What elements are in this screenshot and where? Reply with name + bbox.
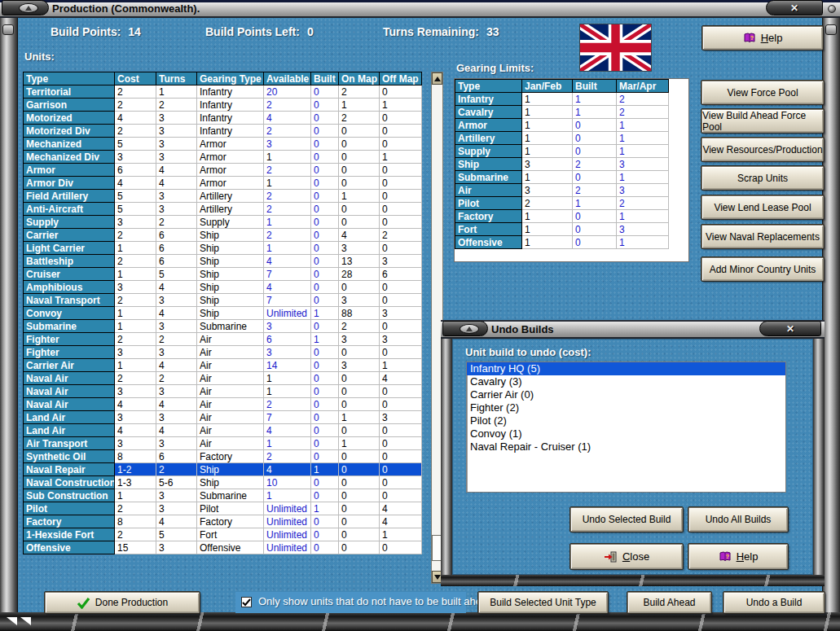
data-cell: 3: [264, 138, 311, 151]
list-item-convoy-1[interactable]: Convoy (1): [467, 427, 785, 440]
table-row-motorized[interactable]: Motorized43Infantry4020: [24, 112, 422, 125]
column-header-cost[interactable]: Cost: [115, 72, 156, 85]
list-item-carrier-air-0[interactable]: Carrier Air (0): [467, 388, 785, 401]
window-close-button[interactable]: ✕: [766, 0, 823, 15]
table-row-cruiser[interactable]: Cruiser15Ship70286: [24, 268, 422, 281]
table-row-carrier[interactable]: Carrier26Ship2042: [24, 229, 422, 242]
table-row-naval-construction[interactable]: Naval Construction1-35-6Ship10000: [24, 476, 422, 489]
close-icon: ✕: [786, 324, 794, 334]
data-cell: 3: [522, 184, 573, 197]
column-header-on-map[interactable]: On Map: [339, 72, 380, 85]
table-row-naval-air[interactable]: Naval Air44Air2000: [24, 398, 422, 411]
table-row-carrier-air[interactable]: Carrier Air14Air14031: [24, 359, 422, 372]
table-row-fighter[interactable]: Fighter33Air3000: [24, 346, 422, 359]
table-row-synthetic-oil[interactable]: Synthetic Oil86Factory2000: [24, 450, 422, 463]
view-resources-production-button[interactable]: View Resources/Production: [701, 138, 824, 161]
data-cell: 1: [264, 489, 311, 502]
table-row-garrison[interactable]: Garrison22Infantry2011: [24, 99, 422, 112]
column-header-type[interactable]: Type: [24, 72, 115, 85]
table-row-air-transport[interactable]: Air Transport33Air1010: [24, 437, 422, 450]
table-row-amphibious[interactable]: Amphibious34Ship4000: [24, 281, 422, 294]
data-cell: 3: [156, 411, 197, 424]
gearing-row-armor: Armor101: [455, 119, 669, 132]
row-type-cell: Naval Construction: [24, 476, 115, 489]
data-cell: 0: [311, 437, 339, 450]
column-header-gearing-type[interactable]: Gearing Type: [197, 72, 264, 85]
view-naval-replacements-button[interactable]: View Naval Replacements: [701, 225, 824, 248]
list-item-cavalry-3[interactable]: Cavalry (3): [467, 375, 785, 388]
table-row-submarine[interactable]: Submarine13Submarine3020: [24, 320, 422, 333]
table-row-factory[interactable]: Factory84FactoryUnlimited004: [24, 515, 422, 528]
undo-all-builds-button[interactable]: Undo All Builds: [688, 507, 788, 532]
table-row-land-air[interactable]: Land Air33Air7013: [24, 411, 422, 424]
window-rollup-button[interactable]: [2, 0, 49, 15]
column-header-available[interactable]: Available: [264, 72, 311, 85]
table-row-field-artillery[interactable]: Field Artillery53Artillery2010: [24, 190, 422, 203]
done-production-button[interactable]: Done Production: [45, 592, 200, 613]
table-row-offensive[interactable]: Offensive153OffensiveUnlimited000: [24, 541, 422, 554]
list-item-naval-repair-cruiser-1[interactable]: Naval Repair - Cruiser (1): [467, 440, 785, 454]
data-cell: 0: [339, 424, 380, 437]
table-row-territorial[interactable]: Territorial21Infantry20020: [24, 85, 422, 99]
undo-window-close-button[interactable]: ✕: [759, 321, 821, 336]
close-button[interactable]: Close: [570, 544, 683, 569]
data-cell: 1: [115, 489, 156, 502]
data-cell: Ship: [197, 294, 264, 307]
list-item-pilot-2[interactable]: Pilot (2): [467, 414, 785, 427]
scroll-up-button[interactable]: [432, 72, 442, 85]
data-cell: 3: [156, 203, 197, 216]
undo-help-button[interactable]: ? Help: [688, 544, 788, 569]
table-row-supply[interactable]: Supply32Supply1000: [24, 216, 422, 229]
list-item-fighter-2[interactable]: Fighter (2): [467, 401, 785, 414]
view-build-ahead-force-pool-button[interactable]: View Build Ahead Force Pool: [701, 109, 824, 133]
data-cell: 5-6: [156, 476, 197, 489]
list-item-infantry-hq-5[interactable]: Infantry HQ (5): [467, 362, 785, 375]
build-selected-unit-type-button[interactable]: Build Selected Unit Type: [478, 592, 608, 613]
table-row-motorized-div[interactable]: Motorized Div23Infantry2000: [24, 125, 422, 138]
data-cell: 0: [339, 372, 380, 385]
table-row-1-hexside-fort[interactable]: 1-Hexside Fort25FortUnlimited001: [24, 528, 422, 541]
column-header-off-map[interactable]: Off Map: [380, 72, 422, 85]
table-row-fighter[interactable]: Fighter22Air6133: [24, 333, 422, 346]
data-cell: 0: [311, 151, 339, 164]
data-cell: 2: [156, 99, 197, 112]
table-row-armor[interactable]: Armor64Armor2000: [24, 164, 422, 177]
data-cell: 3: [156, 346, 197, 359]
build-ahead-filter-checkbox[interactable]: [241, 597, 252, 607]
column-header-turns[interactable]: Turns: [156, 72, 197, 85]
data-cell: 6: [264, 333, 311, 346]
table-row-mechanized-div[interactable]: Mechanized Div33Armor1001: [24, 151, 422, 164]
table-row-convoy[interactable]: Convoy14ShipUnlimited1883: [24, 307, 422, 320]
add-minor-country-units-button[interactable]: Add Minor Country Units: [701, 257, 824, 281]
table-row-naval-air[interactable]: Naval Air33Air1000: [24, 385, 422, 398]
table-row-naval-transport[interactable]: Naval Transport23Ship7030: [24, 294, 422, 307]
table-row-anti-aircraft[interactable]: Anti-Aircraft53Artillery2000: [24, 203, 422, 216]
build-points-left-value: 0: [307, 25, 314, 38]
table-row-land-air[interactable]: Land Air44Air4000: [24, 424, 422, 437]
undo-a-build-button[interactable]: Undo a Build: [723, 592, 825, 613]
table-row-mechanized[interactable]: Mechanized53Armor3000: [24, 138, 422, 151]
table-row-naval-air[interactable]: Naval Air22Air1004: [24, 372, 422, 385]
build-ahead-button[interactable]: Build Ahead: [627, 592, 711, 613]
table-row-battleship[interactable]: Battleship26Ship40133: [24, 255, 422, 268]
gearing-header-row: TypeJan/FebBuiltMar/Apr: [455, 80, 669, 93]
undo-window-rollup-button[interactable]: [442, 321, 488, 336]
table-row-sub-construction[interactable]: Sub Construction13Submarine1000: [24, 489, 422, 502]
row-type-cell: Naval Air: [24, 398, 115, 411]
row-type-cell: 1-Hexside Fort: [24, 528, 115, 541]
view-force-pool-button[interactable]: View Force Pool: [701, 81, 824, 104]
help-button[interactable]: ? Help: [702, 26, 823, 50]
view-lend-lease-pool-button[interactable]: View Lend Lease Pool: [701, 195, 824, 219]
table-row-light-carrier[interactable]: Light Carrier16Ship1030: [24, 242, 422, 255]
table-row-armor-div[interactable]: Armor Div44Armor1000: [24, 177, 422, 190]
undo-selected-build-button[interactable]: Undo Selected Build: [570, 507, 683, 532]
column-header-built[interactable]: Built: [311, 72, 339, 85]
data-cell: 1: [522, 223, 573, 236]
scrap-units-button[interactable]: Scrap Units: [701, 166, 824, 190]
undo-build-listbox[interactable]: Infantry HQ (5)Cavalry (3)Carrier Air (0…: [466, 362, 786, 493]
row-type-cell: Factory: [455, 210, 522, 223]
table-row-naval-repair-selected[interactable]: Naval Repair1-22Ship4100: [24, 463, 422, 476]
data-cell: 1: [264, 177, 311, 190]
table-row-pilot[interactable]: Pilot23PilotUnlimited104: [24, 502, 422, 515]
resize-grip[interactable]: [7, 617, 31, 625]
